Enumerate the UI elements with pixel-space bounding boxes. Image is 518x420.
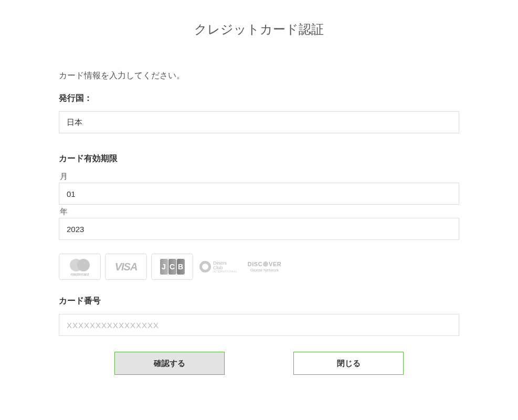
expiry-month-input[interactable] bbox=[59, 183, 459, 205]
diners-club-icon: Diners ClubINTERNATIONAL bbox=[197, 254, 239, 280]
jcb-icon: J C B bbox=[151, 254, 193, 280]
country-label: 発行国： bbox=[59, 93, 459, 104]
instruction-text: カード情報を入力してください。 bbox=[59, 70, 459, 81]
page-title: クレジットカード認証 bbox=[59, 21, 459, 38]
expiry-label: カード有効期限 bbox=[59, 153, 459, 164]
card-number-input[interactable] bbox=[59, 314, 459, 336]
button-row: 確認する 閉じる bbox=[59, 352, 459, 375]
expiry-group: 月 年 bbox=[59, 172, 459, 240]
expiry-year-label: 年 bbox=[60, 207, 459, 217]
discover-icon: DISCVER Global Network bbox=[244, 254, 286, 280]
mastercard-icon: mastercard bbox=[59, 254, 101, 280]
country-input[interactable] bbox=[59, 111, 459, 133]
credit-card-form: クレジットカード認証 カード情報を入力してください。 発行国： カード有効期限 … bbox=[0, 0, 518, 375]
expiry-month-label: 月 bbox=[60, 172, 459, 182]
visa-icon: VISA bbox=[105, 254, 147, 280]
card-brand-logos: mastercard VISA J C B Diners ClubINTERNA… bbox=[59, 254, 459, 280]
close-button[interactable]: 閉じる bbox=[293, 352, 404, 375]
expiry-year-input[interactable] bbox=[59, 218, 459, 240]
card-number-label: カード番号 bbox=[59, 296, 459, 307]
confirm-button[interactable]: 確認する bbox=[114, 352, 225, 375]
